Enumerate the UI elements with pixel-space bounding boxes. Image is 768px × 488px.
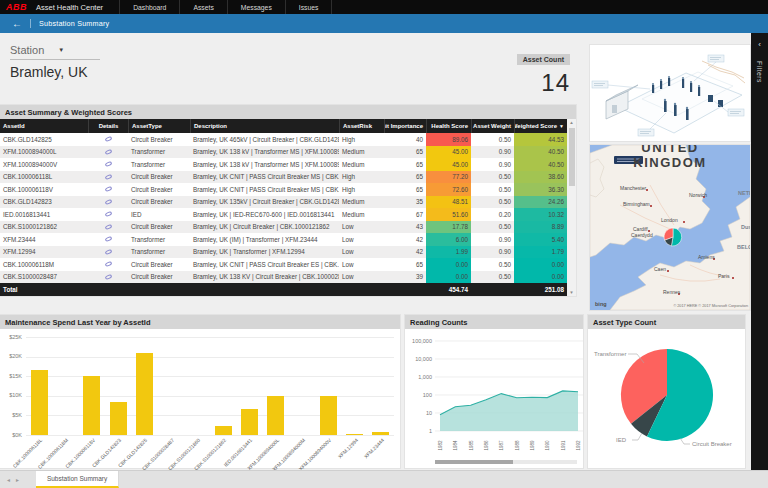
scroll-down-icon[interactable]: ▼ — [567, 289, 576, 296]
bar-XFM.12994[interactable] — [346, 434, 363, 435]
details-link-icon[interactable] — [88, 171, 128, 184]
table-row[interactable]: XFM.12994 Transformer Bramley, UK | Tran… — [0, 246, 576, 259]
cell-weighted-score: 24.26 — [514, 196, 567, 209]
cell-assetrisk: Low — [339, 271, 384, 284]
cell-health-score: 45.00 — [426, 158, 471, 171]
station-label: Station — [10, 44, 44, 56]
cell-asset-weight: 0.90 — [471, 158, 514, 171]
table-row[interactable]: XFM.1000894000L Transformer Bramley, UK … — [0, 146, 576, 159]
uk-map-visual[interactable]: UNITED KINGDOM Manchester Birmingham Nor… — [590, 145, 750, 310]
cell-description: Bramley, UK 135kV | Circuit Breaker | CB… — [190, 196, 339, 209]
cell-assetid: CBK.S1000121862 — [0, 221, 88, 234]
scroll-up-icon[interactable]: ▲ — [567, 119, 576, 126]
cell-assetid: XFM.1000894000L — [0, 146, 88, 159]
details-link-icon[interactable] — [88, 233, 128, 246]
nav-tab-issues[interactable]: Issues — [285, 0, 332, 14]
nav-tab-dashboard[interactable]: Dashboard — [120, 0, 179, 14]
cell-unit-importance: 43 — [384, 221, 426, 234]
details-link-icon[interactable] — [88, 196, 128, 209]
table-row[interactable]: XFM.23444 Transformer Bramley, UK (IM) |… — [0, 233, 576, 246]
col-assetrisk[interactable]: AssetRisk — [339, 119, 384, 133]
cell-asset-weight: 0.20 — [471, 208, 514, 221]
cell-weighted-score: 44.53 — [514, 133, 567, 146]
maintenance-plot — [26, 337, 394, 435]
bar-XFM.1000894000V[interactable] — [320, 396, 337, 435]
prev-page-icon[interactable]: ◄ — [6, 477, 11, 483]
next-page-icon[interactable]: ► — [15, 477, 20, 483]
station-dropdown[interactable]: Station ▼ — [10, 44, 100, 60]
table-row[interactable]: CBK.S1000121862 Circuit Breaker Bramley,… — [0, 221, 576, 234]
col-details[interactable]: Details — [88, 119, 128, 133]
reading-counts-chart: Reading Counts 1101001,00010,000100,000 … — [405, 315, 583, 468]
cell-weighted-score: 1.79 — [514, 246, 567, 259]
chevron-down-icon: ▼ — [58, 47, 64, 53]
nav-tab-assets[interactable]: Assets — [179, 0, 226, 14]
details-link-icon[interactable] — [88, 133, 128, 146]
table-row[interactable]: CBK.100006118M Circuit Breaker Bramley, … — [0, 258, 576, 271]
page-tab-substation-summary[interactable]: Substation Summary — [36, 471, 119, 488]
cell-weighted-score: 10.32 — [514, 208, 567, 221]
cell-description: Bramley, UK CNIT | PASS Circuit Breaker … — [190, 258, 339, 271]
details-link-icon[interactable] — [88, 183, 128, 196]
london-pie-marker[interactable] — [664, 228, 682, 246]
bar-CBK.GLD142823[interactable] — [110, 402, 127, 435]
nav-tab-messages[interactable]: Messages — [227, 0, 285, 14]
col-assettype[interactable]: AssetType — [128, 119, 190, 133]
cell-description: Bramley, UK | IED-REC670-600 | IED.00168… — [190, 208, 339, 221]
cell-unit-importance: 65 — [384, 146, 426, 159]
bar-XFM.23444[interactable] — [372, 432, 389, 435]
y-tick-label: $20K — [9, 353, 22, 359]
cell-assettype: IED — [128, 208, 190, 221]
col-description[interactable]: Description — [190, 119, 339, 133]
bar-CBK.100006118L[interactable] — [31, 370, 48, 435]
x-axis-label: 1986 — [484, 437, 489, 455]
bar-XFM.1000894000L[interactable] — [267, 396, 284, 435]
details-link-icon[interactable] — [88, 208, 128, 221]
area-series[interactable] — [440, 391, 578, 431]
details-link-icon[interactable] — [88, 258, 128, 271]
col-assetid[interactable]: AssetId — [0, 119, 88, 133]
col-unit-importance[interactable]: Unit Importance — [384, 119, 426, 133]
table-row[interactable]: CBK.S1000028487 Circuit Breaker Bramley,… — [0, 271, 576, 284]
table-row[interactable]: CBK.GLD142825 Circuit Breaker Bramley, U… — [0, 133, 576, 146]
bar-CBK.S1000121862[interactable] — [215, 426, 232, 435]
details-link-icon[interactable] — [88, 221, 128, 234]
cell-weighted-score: 0.00 — [514, 258, 567, 271]
x-axis-label: 1982 — [438, 437, 443, 455]
details-link-icon[interactable] — [88, 146, 128, 159]
cell-description: Bramley, UK (IM) | Transformer | XFM.234… — [190, 233, 339, 246]
asset-count-label: Asset Count — [517, 54, 570, 65]
map-country-label: UNITED KINGDOM — [615, 145, 725, 170]
bar-CBK.100006118V[interactable] — [83, 376, 100, 435]
cell-unit-importance: 67 — [384, 208, 426, 221]
station-slicer: Station ▼ Bramley, UK — [10, 44, 100, 80]
x-axis-label: 1988 — [514, 437, 519, 455]
details-link-icon[interactable] — [88, 246, 128, 259]
back-arrow-icon[interactable]: ← — [12, 19, 22, 29]
bar-CBK.GLD142825[interactable] — [136, 353, 153, 435]
scrollbar-thumb[interactable] — [569, 128, 575, 186]
readings-hscrollbar[interactable] — [435, 460, 577, 464]
table-row[interactable]: IED.0016813441 IED Bramley, UK | IED-REC… — [0, 208, 576, 221]
table-row[interactable]: CBK.GLD142823 Circuit Breaker Bramley, U… — [0, 196, 576, 209]
station-value: Bramley, UK — [10, 64, 100, 80]
asset-type-pie-chart: Asset Type Count Transformer IED Circuit… — [588, 315, 745, 468]
expand-filters-icon[interactable]: ‹ — [758, 41, 761, 49]
table-row[interactable]: CBK.100006118L Circuit Breaker Bramley, … — [0, 171, 576, 184]
bar-IED.0016813441[interactable] — [241, 409, 258, 435]
city-manchester: Manchester — [620, 185, 646, 191]
details-link-icon[interactable] — [88, 271, 128, 284]
page-tab-bar: ◄ ► Substation Summary — [0, 470, 768, 488]
hscrollbar-thumb[interactable] — [435, 460, 513, 464]
cell-assetrisk: Low — [339, 221, 384, 234]
table-scrollbar[interactable]: ▲ ▼ — [567, 119, 576, 296]
gridline — [26, 435, 394, 436]
col-health-score[interactable]: Health Score — [426, 119, 471, 133]
asset-count-visual: Asset Count 14 — [470, 48, 570, 97]
col-weighted-score[interactable]: Weighted Score ▼ — [514, 119, 567, 133]
maintenance-xlabels: CBK.100006118LCBK.100006118MCBK.10000611… — [26, 437, 394, 467]
table-row[interactable]: CBK.100006118V Circuit Breaker Bramley, … — [0, 183, 576, 196]
details-link-icon[interactable] — [88, 158, 128, 171]
table-row[interactable]: XFM.1000894000V Transformer Bramley, UK … — [0, 158, 576, 171]
col-asset-weight[interactable]: Asset Weight — [471, 119, 514, 133]
